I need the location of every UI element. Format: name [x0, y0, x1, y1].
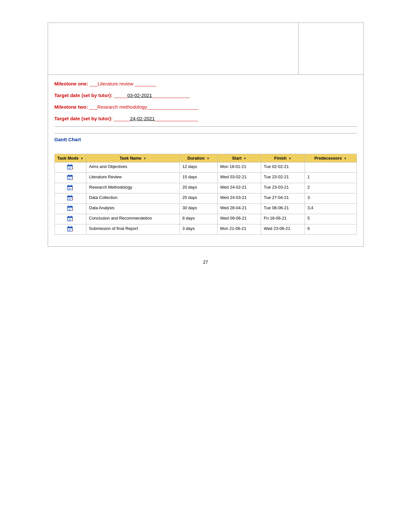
table-row: Research Methodology 20 days Wed 24-02-2…	[54, 183, 357, 193]
task-name-cell: Submission of final Report	[86, 224, 180, 235]
task-mode-icon	[67, 174, 73, 181]
svg-rect-37	[68, 216, 69, 217]
svg-rect-38	[71, 216, 72, 217]
svg-rect-43	[67, 227, 73, 228]
col-start: Start ▼	[218, 154, 261, 163]
svg-rect-44	[68, 226, 69, 228]
task-mode-icon	[67, 185, 73, 192]
task-mode-cell	[54, 193, 86, 204]
page-number: 27	[203, 260, 208, 265]
svg-rect-15	[67, 186, 73, 187]
task-mode-cell	[54, 163, 86, 173]
col-duration: Duration ▼	[180, 154, 217, 163]
task-mode-cell	[54, 173, 86, 183]
predecessors-cell: 5	[305, 214, 357, 224]
target-date-one-line: Target date (set by tutor): _____03-02-2…	[54, 92, 357, 99]
predecessors-cell: 2	[305, 183, 357, 193]
table-row: Submission of final Report 3 days Mon 21…	[54, 224, 357, 235]
svg-rect-31	[71, 205, 72, 207]
task-name-cell: Data Collection	[86, 193, 180, 204]
finish-cell: Fri 18-06-21	[261, 214, 305, 224]
svg-rect-22	[67, 196, 73, 197]
duration-cell: 3 days	[180, 224, 217, 235]
milestones-area: Milestone one: ___Literature review ____…	[48, 75, 363, 246]
duration-cell: 8 days	[180, 214, 217, 224]
predecessors-cell: 3,4	[305, 204, 357, 214]
svg-rect-36	[67, 217, 73, 218]
table-row: Data Analysis 30 days Wed 28-04-21 Tue 0…	[54, 204, 357, 214]
predecessors-cell	[305, 163, 357, 173]
svg-rect-2	[68, 164, 69, 166]
svg-rect-1	[67, 165, 73, 166]
svg-rect-17	[71, 185, 72, 186]
task-mode-cell	[54, 214, 86, 224]
finish-cell: Tue 23-03-21	[261, 183, 305, 193]
top-box	[48, 23, 363, 75]
milestone-one-line: Milestone one: ___Literature review ____…	[54, 80, 357, 88]
top-box-right	[299, 23, 363, 74]
target-date-two-text: ______24-02-2021________________	[114, 116, 198, 121]
milestone-one-text: ___Literature review ________	[90, 81, 156, 86]
gantt-header-row: Task Mode ▼ Task Name ▼ Duration ▼ Start…	[54, 154, 357, 163]
milestone-two-label: Milestone two:	[54, 104, 88, 110]
milestone-two-text: ___Research methodology_________________…	[89, 104, 198, 110]
finish-cell: Wed 23-06-21	[261, 224, 305, 235]
milestone-two-line: Milestone two: ___Research methodology__…	[54, 103, 357, 111]
duration-cell: 20 days	[180, 183, 217, 193]
target-date-two-line: Target date (set by tutor): ______24-02-…	[54, 115, 357, 123]
predecessors-cell: 3	[305, 193, 357, 204]
svg-rect-29	[67, 206, 73, 208]
col-task-name: Task Name ▼	[86, 154, 180, 163]
top-box-left	[48, 23, 299, 74]
start-cell: Wed 09-06-21	[218, 214, 261, 224]
duration-cell: 12 days	[180, 163, 217, 173]
task-mode-icon	[67, 216, 73, 222]
start-cell: Wed 28-04-21	[218, 204, 261, 214]
svg-rect-10	[71, 174, 72, 176]
gantt-title: Gantt Chart	[54, 133, 357, 142]
table-row: Aims and Objectives 12 days Mon 18-01-21…	[54, 163, 357, 173]
task-mode-cell	[54, 204, 86, 214]
finish-cell: Tue 08-06-21	[261, 204, 305, 214]
svg-rect-24	[71, 195, 72, 197]
predecessors-cell: 6	[305, 224, 357, 235]
duration-cell: 15 days	[180, 173, 217, 183]
task-name-cell: Aims and Objectives	[86, 163, 180, 173]
svg-rect-9	[68, 174, 69, 176]
task-mode-cell	[54, 183, 86, 193]
duration-cell: 30 days	[180, 204, 217, 214]
table-row: Literature Review 15 days Wed 03-02-21 T…	[54, 173, 357, 183]
target-date-one-text: _____03-02-2021______________	[114, 93, 190, 98]
col-predecessors: Predecessors ▼	[305, 154, 357, 163]
duration-cell: 25 days	[180, 193, 217, 204]
task-name-cell: Literature Review	[86, 173, 180, 183]
task-mode-icon	[67, 226, 73, 233]
milestone-one-label: Milestone one:	[54, 81, 88, 86]
col-task-mode: Task Mode ▼	[54, 154, 86, 163]
task-name-cell: Conclusion and Recommendetion	[86, 214, 180, 224]
page: Milestone one: ___Literature review ____…	[28, 13, 383, 522]
svg-rect-30	[68, 205, 69, 207]
finish-cell: Tue 23-02-21	[261, 173, 305, 183]
svg-rect-3	[71, 164, 72, 166]
finish-cell: Tue 02-02-21	[261, 163, 305, 173]
svg-rect-23	[68, 195, 69, 197]
target-date-one-label: Target date (set by tutor):	[54, 93, 113, 98]
svg-rect-8	[67, 175, 73, 177]
start-cell: Wed 24-03-21	[218, 193, 261, 204]
gantt-table: Task Mode ▼ Task Name ▼ Duration ▼ Start…	[54, 154, 357, 235]
task-mode-icon	[67, 195, 73, 202]
start-cell: Mon 21-06-21	[218, 224, 261, 235]
finish-cell: Tue 27-04-21	[261, 193, 305, 204]
task-name-cell: Research Methodology	[86, 183, 180, 193]
task-mode-icon	[67, 164, 73, 171]
table-row: Data Collection 25 days Wed 24-03-21 Tue…	[54, 193, 357, 204]
start-cell: Wed 03-02-21	[218, 173, 261, 183]
task-name-cell: Data Analysis	[86, 204, 180, 214]
gantt-section: Gantt Chart Task Mode ▼ Task Name ▼ Dura…	[54, 126, 357, 241]
predecessors-cell: 1	[305, 173, 357, 183]
table-row: Conclusion and Recommendetion 8 days Wed…	[54, 214, 357, 224]
target-date-two-label: Target date (set by tutor):	[54, 116, 113, 121]
svg-rect-45	[71, 226, 72, 228]
start-cell: Mon 18-01-21	[218, 163, 261, 173]
